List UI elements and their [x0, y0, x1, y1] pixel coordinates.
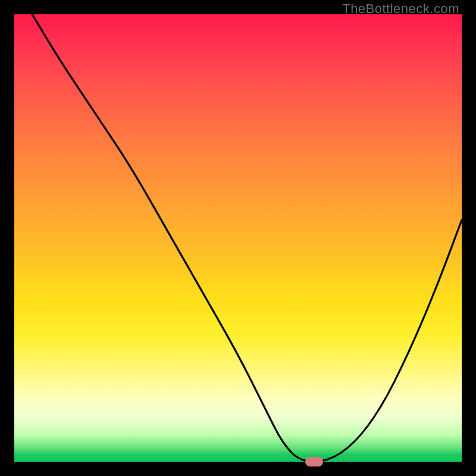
- optimal-point-marker: [305, 457, 323, 466]
- plot-area: [14, 14, 462, 462]
- chart-frame: TheBottleneck.com: [0, 0, 476, 476]
- bottleneck-curve: [14, 14, 462, 462]
